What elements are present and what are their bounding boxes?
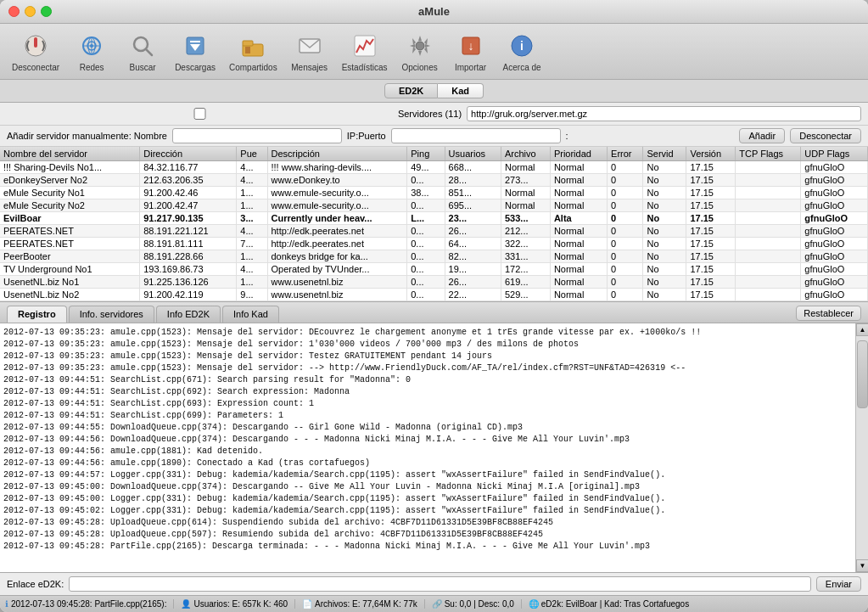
maximize-button[interactable] <box>41 6 52 17</box>
table-cell: 0 <box>608 263 643 276</box>
tab-ed2k[interactable]: ED2K <box>384 83 438 98</box>
table-cell: Operated by TVUnder... <box>267 263 407 276</box>
th-udp[interactable]: UDP Flags <box>801 147 868 161</box>
log-scrollbar[interactable]: ▲ ▼ <box>855 323 868 572</box>
toolbar-opciones[interactable]: Opciones <box>398 29 442 74</box>
table-cell: 17.15 <box>686 276 736 289</box>
toolbar-buscar[interactable]: Buscar <box>120 29 165 74</box>
toolbar-mensajes[interactable]: Mensajes <box>288 29 332 74</box>
status-log: ℹ 2012-07-13 09:45:28: PartFile.cpp(2165… <box>5 599 174 609</box>
table-row[interactable]: eDonkeyServer No2212.63.206.354...www.eD… <box>0 174 868 187</box>
server-url-input[interactable] <box>467 106 861 121</box>
table-cell: 0... <box>407 250 445 263</box>
table-cell: http://edk.peerates.net <box>267 225 407 238</box>
network-tabs-bar: ED2K Kad <box>0 80 868 103</box>
table-cell: Normal <box>550 187 607 199</box>
opciones-icon <box>405 31 435 61</box>
tab-info-servidores[interactable]: Info. servidores <box>69 306 154 323</box>
scroll-up-arrow[interactable]: ▲ <box>856 323 868 336</box>
scroll-down-arrow[interactable]: ▼ <box>856 559 868 572</box>
th-error[interactable]: Error <box>608 147 643 161</box>
log-line: 2012-07-13 09:35:23: amule.cpp(1523): Me… <box>3 327 852 339</box>
th-priority[interactable]: Prioridad <box>550 147 607 161</box>
toolbar-estadisticas[interactable]: Estadísticas <box>339 29 391 74</box>
table-cell: 22... <box>445 289 501 301</box>
ed2k-link-input[interactable] <box>69 576 811 592</box>
scroll-thumb[interactable] <box>857 340 868 408</box>
tab-kad[interactable]: Kad <box>438 83 484 98</box>
status-speed-text: Su: 0,0 | Desc: 0,0 <box>445 599 514 609</box>
table-cell: gfnuGloO <box>801 212 868 225</box>
log-line: 2012-07-13 09:44:51: SearchList.cpp(671)… <box>3 374 852 386</box>
table-cell: 4... <box>237 263 267 276</box>
table-row[interactable]: UsenetNL.biz No191.225.136.1261...www.us… <box>0 276 868 289</box>
svg-text:i: i <box>520 39 524 53</box>
add-server-button[interactable]: Añadir <box>739 128 785 143</box>
tab-info-ed2k[interactable]: Info ED2K <box>156 306 221 323</box>
window-controls <box>8 6 52 17</box>
table-cell <box>736 199 801 212</box>
svg-point-19 <box>416 42 424 50</box>
table-cell: 88.191.221.121 <box>140 225 237 238</box>
toolbar: Desconectar Redes <box>0 24 868 80</box>
th-desc[interactable]: Descripción <box>267 147 407 161</box>
send-button[interactable]: Enviar <box>816 576 861 592</box>
toolbar-desconectar[interactable]: Desconectar <box>8 29 63 74</box>
table-cell: 26... <box>445 276 501 289</box>
table-cell: 4... <box>237 225 267 238</box>
th-port[interactable]: Pue <box>237 147 267 161</box>
app-window: aMule Desconectar <box>0 0 868 612</box>
table-cell: 0 <box>608 187 643 199</box>
toolbar-descargas[interactable]: Descargas <box>171 29 219 74</box>
svg-rect-16 <box>245 47 250 53</box>
table-cell: 84.32.116.77 <box>140 161 237 174</box>
th-files[interactable]: Archivo <box>501 147 551 161</box>
toolbar-compartidos[interactable]: Compartidos <box>226 29 281 74</box>
table-row[interactable]: eMule Security No291.200.42.471...www.em… <box>0 199 868 212</box>
table-cell: 82... <box>445 250 501 263</box>
th-tcp[interactable]: TCP Flags <box>736 147 801 161</box>
table-row[interactable]: EvilBoar91.217.90.1353...Currently under… <box>0 212 868 225</box>
table-cell: 64... <box>445 238 501 250</box>
minimize-button[interactable] <box>25 6 36 17</box>
table-cell: 17.15 <box>686 225 736 238</box>
desconectar-icon <box>20 31 51 61</box>
status-server-text: eD2k: EvilBoar | Kad: Tras Cortafuegos <box>541 599 689 609</box>
table-row[interactable]: PeerBooter88.191.228.661...donkeys bridg… <box>0 250 868 263</box>
restore-button[interactable]: Restablecer <box>796 306 861 321</box>
svg-rect-1 <box>34 37 37 48</box>
th-name[interactable]: Nombre del servidor <box>0 147 140 161</box>
toolbar-redes[interactable]: Redes <box>70 29 114 74</box>
table-cell: Normal <box>501 187 551 199</box>
table-cell: 17.15 <box>686 187 736 199</box>
log-line: 2012-07-13 09:45:02: Logger.cpp(331): De… <box>3 505 852 517</box>
table-row[interactable]: !!! Sharing-Devils No1...84.32.116.774..… <box>0 161 868 174</box>
table-row[interactable]: eMule Security No191.200.42.461...www.em… <box>0 187 868 199</box>
server-url-checkbox[interactable] <box>7 108 393 120</box>
table-row[interactable]: PEERATES.NET88.191.81.1117...http://edk.… <box>0 238 868 250</box>
table-cell: gfnuGloO <box>801 276 868 289</box>
toolbar-acercade[interactable]: i Acerca de <box>500 29 545 74</box>
tab-registro[interactable]: Registro <box>7 306 67 323</box>
table-cell: Normal <box>550 276 607 289</box>
tab-info-kad[interactable]: Info Kad <box>222 306 279 323</box>
table-row[interactable]: PEERATES.NET88.191.221.1214...http://edk… <box>0 225 868 238</box>
th-version[interactable]: Versión <box>686 147 736 161</box>
server-name-input[interactable] <box>172 128 342 143</box>
server-table-container[interactable]: Nombre del servidor Dirección Pue Descri… <box>0 147 868 301</box>
th-ping[interactable]: Ping <box>407 147 445 161</box>
toolbar-importar[interactable]: ↓ Importar <box>449 29 493 74</box>
opciones-label: Opciones <box>401 63 437 72</box>
table-cell: Normal <box>550 263 607 276</box>
log-line: 2012-07-13 09:44:57: Logger.cpp(331): De… <box>3 469 852 481</box>
close-button[interactable] <box>8 6 20 17</box>
server-ip-input[interactable] <box>391 128 561 143</box>
table-cell: Normal <box>550 199 607 212</box>
th-address[interactable]: Dirección <box>140 147 237 161</box>
table-row[interactable]: UsenetNL.biz No291.200.42.1199...www.use… <box>0 289 868 301</box>
th-servid[interactable]: Servid <box>643 147 686 161</box>
table-row[interactable]: TV Underground No1193.169.86.734...Opera… <box>0 263 868 276</box>
server-disconnect-button[interactable]: Desconectar <box>790 128 861 143</box>
table-cell: No <box>643 187 686 199</box>
th-users[interactable]: Usuarios <box>445 147 501 161</box>
